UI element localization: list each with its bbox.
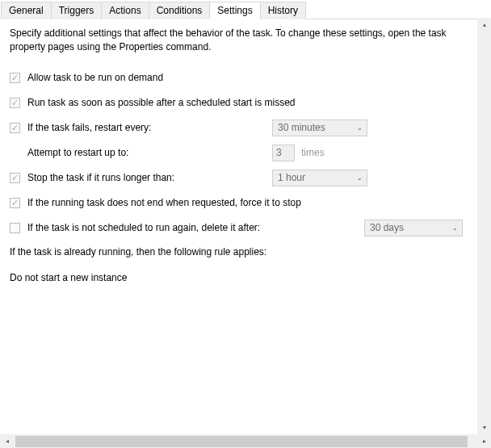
horizontal-scrollbar[interactable]: ◂ ▸	[0, 434, 491, 448]
combo-restart-interval[interactable]: 30 minutes ⌄	[272, 119, 367, 136]
label-allow-demand: Allow task to be run on demand	[27, 72, 163, 83]
tab-conditions[interactable]: Conditions	[149, 2, 211, 19]
chevron-down-icon: ⌄	[447, 224, 462, 232]
checkbox-delete-after[interactable]	[10, 223, 20, 233]
settings-panel: Specify additional settings that affect …	[2, 19, 477, 434]
combo-restart-interval-value: 30 minutes	[278, 122, 352, 133]
label-restart-every: If the task fails, restart every:	[27, 122, 272, 133]
tab-history[interactable]: History	[260, 2, 306, 19]
label-stop-longer: Stop the task if it runs longer than:	[27, 172, 272, 183]
tab-general[interactable]: General	[1, 2, 52, 19]
tab-actions[interactable]: Actions	[101, 2, 149, 19]
vertical-scroll-track[interactable]	[477, 31, 491, 421]
checkbox-force-stop[interactable]	[10, 198, 20, 208]
label-attempt-restart: Attempt to restart up to:	[27, 147, 272, 158]
tab-triggers[interactable]: Triggers	[51, 2, 103, 19]
vertical-scrollbar[interactable]: ▴ ▾	[477, 18, 491, 434]
combo-delete-duration-value: 30 days	[370, 222, 447, 233]
label-rule-value: Do not start a new instance	[10, 272, 471, 283]
checkbox-run-asap[interactable]	[10, 98, 20, 108]
scroll-right-arrow-icon[interactable]: ▸	[477, 434, 491, 448]
tab-settings[interactable]: Settings	[209, 2, 260, 19]
checkbox-stop-longer[interactable]	[10, 173, 20, 183]
settings-description: Specify additional settings that affect …	[10, 27, 471, 55]
combo-stop-duration[interactable]: 1 hour ⌄	[272, 170, 367, 186]
tab-bar: General Triggers Actions Conditions Sett…	[1, 1, 490, 19]
label-rule-heading: If the task is already running, then the…	[10, 246, 471, 257]
scroll-down-arrow-icon[interactable]: ▾	[477, 421, 491, 434]
horizontal-scroll-thumb[interactable]	[15, 436, 468, 447]
label-force-stop: If the running task does not end when re…	[27, 197, 301, 208]
scroll-up-arrow-icon[interactable]: ▴	[477, 18, 491, 31]
chevron-down-icon: ⌄	[352, 174, 367, 182]
scroll-left-arrow-icon[interactable]: ◂	[0, 434, 14, 448]
label-delete-after: If the task is not scheduled to run agai…	[27, 222, 260, 233]
label-attempt-suffix: times	[301, 147, 325, 158]
checkbox-restart-every[interactable]	[10, 123, 20, 133]
input-attempt-count[interactable]: 3	[272, 144, 295, 161]
chevron-down-icon: ⌄	[352, 124, 367, 132]
horizontal-scroll-track[interactable]	[14, 434, 477, 448]
checkbox-allow-demand[interactable]	[10, 73, 20, 83]
label-run-asap: Run task as soon as possible after a sch…	[27, 97, 296, 108]
combo-stop-duration-value: 1 hour	[278, 172, 352, 183]
combo-delete-duration[interactable]: 30 days ⌄	[364, 220, 463, 237]
